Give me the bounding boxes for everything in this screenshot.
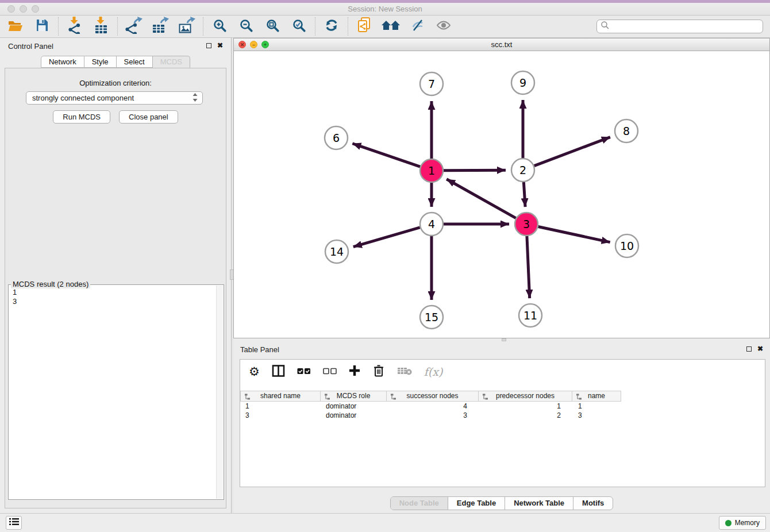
column-header-predecessor-nodes[interactable]: predecessor nodes <box>479 391 572 402</box>
zoom-in-button[interactable] <box>211 18 228 35</box>
close-panel-icon[interactable]: ✖ <box>757 345 763 352</box>
tab-edge-table[interactable]: Edge Table <box>448 497 505 510</box>
graph-edge-1-2[interactable] <box>444 170 506 171</box>
network-close-button[interactable]: ✕ <box>238 41 246 48</box>
table-row[interactable]: 1dominator411 <box>240 402 765 411</box>
graph-node-14[interactable]: 14 <box>325 240 348 263</box>
graph-edge-2-8[interactable] <box>534 137 610 166</box>
result-scrollbar[interactable] <box>216 286 223 499</box>
graph-node-8[interactable]: 8 <box>615 119 638 142</box>
memory-status-icon <box>725 520 732 526</box>
graph-edge-3-10[interactable] <box>538 226 610 242</box>
tab-mcds[interactable]: MCDS <box>153 56 190 68</box>
save-session-button[interactable] <box>33 18 51 35</box>
task-history-button[interactable] <box>6 516 22 530</box>
tab-network-table[interactable]: Network Table <box>505 497 573 510</box>
mcds-result-group: MCDS result (2 nodes) 1 3 <box>8 284 224 500</box>
accent-strip <box>0 0 770 3</box>
export-image-button[interactable] <box>178 18 195 35</box>
function-builder-icon[interactable]: f(x) <box>424 365 443 378</box>
table-cell[interactable]: 1 <box>240 402 321 411</box>
tab-node-table[interactable]: Node Table <box>391 497 448 510</box>
tab-network[interactable]: Network <box>41 56 84 68</box>
graph-edge-2-3[interactable] <box>523 182 525 207</box>
column-header-mcds-role[interactable]: MCDS role <box>321 391 387 402</box>
tab-select[interactable]: Select <box>117 56 153 68</box>
column-header-successor-nodes[interactable]: successor nodes <box>387 391 479 402</box>
graph-node-1[interactable]: 1 <box>420 159 443 182</box>
export-network-button[interactable] <box>125 18 143 35</box>
column-header-name[interactable]: name <box>572 391 621 402</box>
table-cell[interactable]: 3 <box>240 411 321 420</box>
table-cell[interactable]: 2 <box>479 411 572 420</box>
graph-node-4[interactable]: 4 <box>420 213 443 236</box>
graph-edge-4-14[interactable] <box>353 228 420 247</box>
graph-edge-1-6[interactable] <box>352 144 420 167</box>
delete-table-icon[interactable] <box>397 366 412 377</box>
import-network-button[interactable] <box>66 18 83 35</box>
table-cell[interactable]: 3 <box>572 411 621 420</box>
graph-edge-3-1[interactable] <box>446 179 516 218</box>
graph-node-11[interactable]: 11 <box>519 304 542 327</box>
table-panel: Table Panel ✖ ⚙ <box>233 341 770 513</box>
select-all-columns-icon[interactable] <box>297 367 311 377</box>
close-panel-icon[interactable]: ✖ <box>217 42 223 49</box>
network-minimize-button[interactable]: – <box>250 41 257 48</box>
close-panel-button[interactable]: Close panel <box>119 110 178 124</box>
apply-layout-button[interactable] <box>323 18 340 35</box>
zoom-selected-button[interactable] <box>290 18 307 35</box>
table-cell[interactable]: 4 <box>387 402 479 411</box>
graph-node-6[interactable]: 6 <box>325 126 348 149</box>
network-graph[interactable]: 1234678910111415 <box>234 51 769 338</box>
table-mode-gear-icon[interactable]: ⚙ <box>249 366 260 378</box>
graph-node-2[interactable]: 2 <box>511 159 534 182</box>
zoom-out-button[interactable] <box>237 18 255 35</box>
zoom-fit-button[interactable] <box>264 18 281 35</box>
open-session-icon <box>7 18 24 34</box>
clone-network-button[interactable] <box>356 18 373 35</box>
graph-edge-3-11[interactable] <box>527 236 530 298</box>
first-neighbors-button[interactable] <box>382 18 399 35</box>
table-row[interactable]: 3dominator323 <box>240 411 765 420</box>
graph-node-3[interactable]: 3 <box>515 213 538 236</box>
export-table-button[interactable] <box>152 18 169 35</box>
criterion-dropdown[interactable]: strongly connected component <box>26 91 203 105</box>
search-input[interactable] <box>610 22 759 32</box>
run-mcds-button[interactable]: Run MCDS <box>53 110 110 124</box>
tab-motifs[interactable]: Motifs <box>573 497 613 510</box>
graph-node-10[interactable]: 10 <box>615 234 638 257</box>
mcds-result-line: 3 <box>13 297 17 306</box>
mcds-tab-content: Optimization criterion: strongly connect… <box>5 68 226 508</box>
toolbar-separator <box>58 17 59 36</box>
network-maximize-button[interactable]: + <box>261 41 269 48</box>
table-cell[interactable]: 1 <box>479 402 572 411</box>
search-field[interactable] <box>596 20 763 33</box>
table-cell[interactable]: 1 <box>572 402 621 411</box>
delete-columns-icon[interactable] <box>372 364 385 380</box>
memory-button[interactable]: Memory <box>719 516 766 530</box>
network-canvas[interactable]: 1234678910111415 <box>234 51 769 338</box>
graph-node-9[interactable]: 9 <box>511 71 534 94</box>
show-columns-icon[interactable] <box>272 364 285 380</box>
graph-node-15[interactable]: 15 <box>420 306 443 329</box>
table-cell[interactable]: dominator <box>321 402 387 411</box>
svg-text:11: 11 <box>523 309 537 322</box>
float-panel-icon[interactable] <box>746 346 752 352</box>
hide-selected-button[interactable] <box>409 18 426 35</box>
svg-text:15: 15 <box>425 311 438 323</box>
float-panel-icon[interactable] <box>206 43 211 48</box>
column-header-shared-name[interactable]: shared name <box>240 391 321 402</box>
create-column-icon[interactable] <box>349 365 360 379</box>
table-cell[interactable]: 3 <box>387 411 479 420</box>
open-session-button[interactable] <box>7 18 24 35</box>
show-all-button[interactable] <box>435 18 452 35</box>
mcds-result-text[interactable]: 1 3 <box>13 288 17 306</box>
column-tree-icon <box>244 394 251 402</box>
import-table-button[interactable] <box>93 18 110 35</box>
main-area: Control Panel ✖ NetworkStyleSelectMCDS O… <box>0 38 770 513</box>
table-cell[interactable]: dominator <box>321 411 387 420</box>
unselect-all-columns-icon[interactable] <box>323 367 337 377</box>
network-window-titlebar[interactable]: ✕ – + scc.txt <box>234 38 769 51</box>
graph-node-7[interactable]: 7 <box>420 72 443 95</box>
tab-style[interactable]: Style <box>84 56 117 68</box>
